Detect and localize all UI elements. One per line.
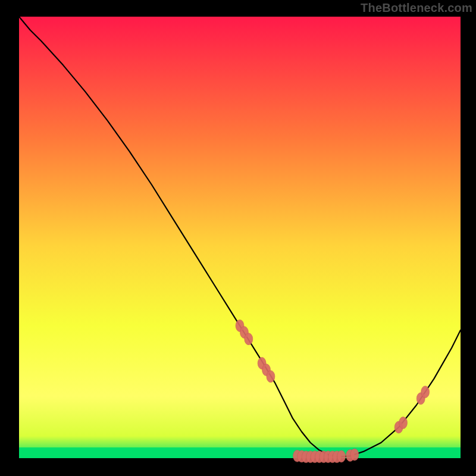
- curve-marker: [399, 417, 408, 429]
- curve-marker: [267, 371, 275, 383]
- green-bottom-band: [19, 447, 461, 458]
- curve-marker: [350, 449, 359, 461]
- watermark-text: TheBottleneck.com: [361, 1, 472, 15]
- curve-marker: [421, 386, 430, 398]
- curve-marker: [337, 450, 346, 462]
- bottleneck-chart: [0, 0, 476, 476]
- curve-marker: [245, 333, 253, 345]
- chart-frame: { "watermark": "TheBottleneck.com", "col…: [0, 0, 476, 476]
- gradient-background: [19, 17, 461, 458]
